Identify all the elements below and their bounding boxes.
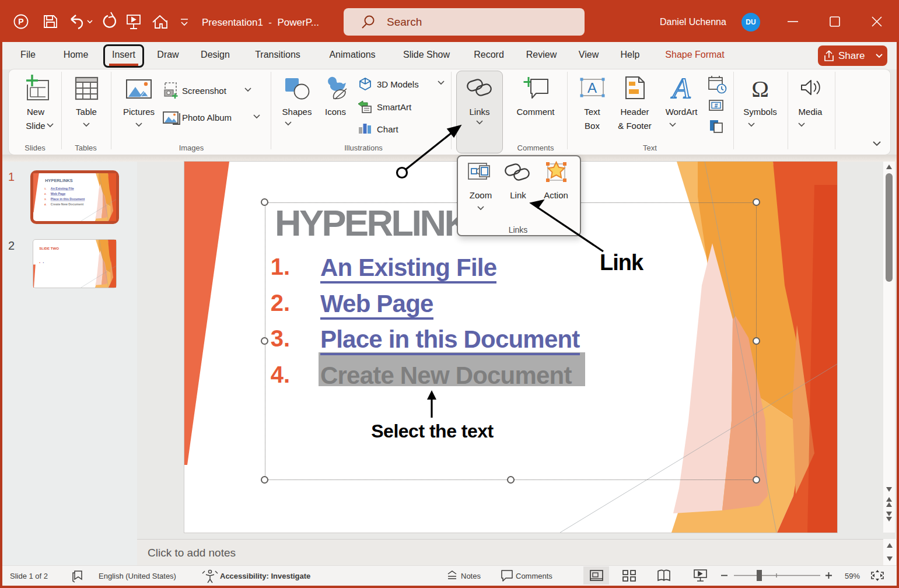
svg-text:•: • <box>39 261 40 264</box>
svg-text:•: • <box>43 261 44 264</box>
svg-text:SLIDE TWO: SLIDE TWO <box>39 246 59 250</box>
